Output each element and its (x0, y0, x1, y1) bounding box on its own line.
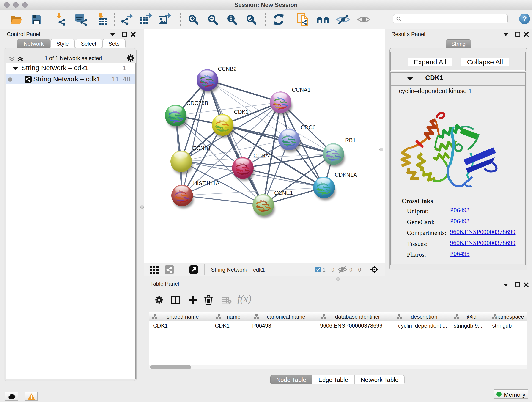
svg-text:CCNB1: CCNB1 (192, 145, 211, 151)
svg-text:HIST1H1A: HIST1H1A (193, 180, 220, 186)
svg-text:RB1: RB1 (345, 137, 356, 143)
svg-text:CCNB2: CCNB2 (218, 66, 236, 72)
svg-text:CCNA1: CCNA1 (292, 87, 310, 93)
svg-text:CDC6: CDC6 (301, 124, 316, 130)
svg-text:CDC25B: CDC25B (186, 100, 208, 106)
svg-text:CDK1: CDK1 (234, 109, 249, 115)
svg-text:CCNA2: CCNA2 (253, 153, 272, 159)
svg-text:CDKN1A: CDKN1A (335, 172, 357, 178)
svg-text:CCNE1: CCNE1 (274, 190, 293, 196)
